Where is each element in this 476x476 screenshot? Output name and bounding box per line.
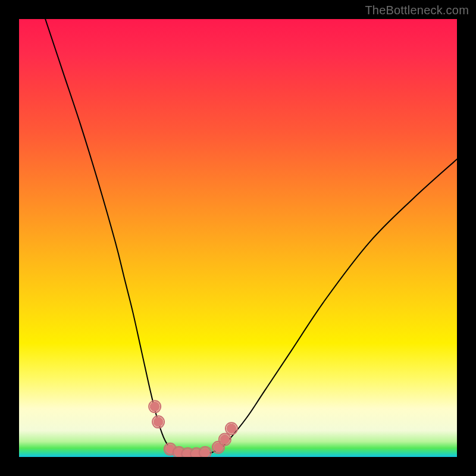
watermark-text: TheBottleneck.com: [365, 4, 469, 17]
left-curve: [45, 19, 177, 453]
left-dot-1: [150, 402, 159, 411]
right-curve: [212, 159, 457, 453]
markers-group: [149, 400, 237, 457]
left-dot-2: [154, 417, 163, 427]
chart-frame: TheBottleneck.com: [0, 0, 476, 476]
curve-svg: [19, 19, 457, 457]
valley-dot-5: [201, 448, 210, 457]
plot-area: [19, 19, 457, 457]
right-dot-2: [220, 435, 230, 444]
right-dot-3: [227, 424, 236, 433]
